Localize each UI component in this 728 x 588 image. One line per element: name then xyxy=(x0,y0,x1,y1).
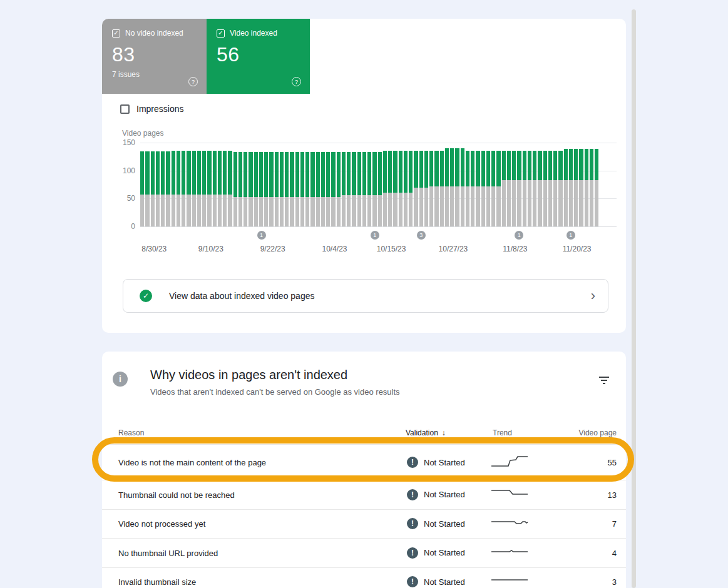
chart-bar[interactable] xyxy=(383,151,387,226)
chart-bar[interactable] xyxy=(151,151,155,226)
chart-bar[interactable] xyxy=(316,152,320,226)
chart-bar[interactable] xyxy=(238,152,242,226)
page-scrollbar[interactable] xyxy=(632,9,636,588)
chart-bar[interactable] xyxy=(502,151,506,226)
chart-bar[interactable] xyxy=(424,151,428,226)
chart-bar[interactable] xyxy=(177,151,180,226)
chart-bar[interactable] xyxy=(434,151,438,226)
chart-bar[interactable] xyxy=(564,149,568,226)
chart-bar[interactable] xyxy=(543,151,547,226)
chart-bar[interactable] xyxy=(404,151,408,226)
chart-bar[interactable] xyxy=(367,152,371,226)
chart-bar[interactable] xyxy=(269,152,273,226)
chart-bar[interactable] xyxy=(233,152,237,226)
chart-bar[interactable] xyxy=(259,152,263,226)
issue-row-5[interactable]: Invalid thumbnail size!Not Started3 xyxy=(102,568,626,588)
chart-bar[interactable] xyxy=(264,152,268,226)
chart-bar[interactable] xyxy=(466,151,469,226)
chart-bar[interactable] xyxy=(388,151,392,226)
chart-bar[interactable] xyxy=(207,151,211,226)
chart-bar[interactable] xyxy=(156,151,160,226)
chart-bar[interactable] xyxy=(249,152,252,226)
chart-bar[interactable] xyxy=(517,151,521,226)
axis-event-marker[interactable]: 1 xyxy=(371,231,379,240)
chart-bar[interactable] xyxy=(414,151,418,226)
no-video-indexed-checkbox[interactable]: ✓ xyxy=(112,29,120,38)
chart-bar[interactable] xyxy=(590,149,593,226)
chart-bar[interactable] xyxy=(285,152,289,226)
chart-bar[interactable] xyxy=(372,152,376,226)
video-indexed-checkbox[interactable]: ✓ xyxy=(217,29,225,38)
chart-bar[interactable] xyxy=(445,148,449,226)
chart-bar[interactable] xyxy=(595,149,598,226)
chart-bar[interactable] xyxy=(357,152,361,226)
chart-bar[interactable] xyxy=(429,151,433,226)
chart-bar[interactable] xyxy=(486,151,490,226)
help-icon[interactable]: ? xyxy=(188,77,198,86)
column-header-validation[interactable]: Validation ↓ xyxy=(406,428,446,437)
chart-bar[interactable] xyxy=(197,151,201,226)
chart-bar[interactable] xyxy=(450,148,454,226)
chart-bar[interactable] xyxy=(471,151,474,226)
chart-bar[interactable] xyxy=(491,151,495,226)
impressions-checkbox[interactable] xyxy=(120,104,130,114)
chart-bar[interactable] xyxy=(558,151,562,226)
view-indexed-data-banner[interactable]: ✓ View data about indexed video pages › xyxy=(123,279,608,313)
summary-card-no-video-indexed[interactable]: ✓ No video indexed 83 7 issues ? xyxy=(102,19,207,94)
chart-bar[interactable] xyxy=(553,151,557,226)
chart-bar[interactable] xyxy=(538,151,541,226)
chart-bar[interactable] xyxy=(574,149,578,226)
axis-event-marker[interactable]: 1 xyxy=(515,231,523,240)
chart-bar[interactable] xyxy=(172,151,175,226)
chart-bar[interactable] xyxy=(331,152,335,226)
chart-bar[interactable] xyxy=(455,148,459,226)
issue-row-4[interactable]: No thumbnail URL provided!Not Started4 xyxy=(102,539,626,568)
summary-card-video-indexed[interactable]: ✓ Video indexed 56 ? xyxy=(207,19,310,94)
chart-bar[interactable] xyxy=(218,151,222,226)
chart-bar[interactable] xyxy=(337,152,341,226)
chart-bar[interactable] xyxy=(528,151,531,226)
chart-bar[interactable] xyxy=(461,148,464,226)
chart-bar[interactable] xyxy=(213,151,217,226)
chart-bar[interactable] xyxy=(409,151,413,226)
issue-row-1[interactable]: Video is not the main content of the pag… xyxy=(102,445,626,480)
chart-bar[interactable] xyxy=(326,152,330,226)
chart-bar[interactable] xyxy=(310,152,314,226)
chart-bar[interactable] xyxy=(342,152,346,226)
help-icon[interactable]: ? xyxy=(292,77,301,86)
chart-bar[interactable] xyxy=(280,152,284,226)
chart-bar[interactable] xyxy=(362,152,366,226)
chart-bar[interactable] xyxy=(523,151,526,226)
chart-bar[interactable] xyxy=(223,151,227,226)
chart-bar[interactable] xyxy=(399,151,402,226)
chart-bar[interactable] xyxy=(352,152,356,226)
issue-row-2[interactable]: Thumbnail could not be reached!Not Start… xyxy=(102,480,626,510)
chart-bar[interactable] xyxy=(347,152,351,226)
chart-bar[interactable] xyxy=(228,151,232,226)
chart-bar[interactable] xyxy=(496,151,500,226)
chart-bar[interactable] xyxy=(295,152,299,226)
chart-bar[interactable] xyxy=(140,151,144,226)
chart-bar[interactable] xyxy=(275,152,279,226)
chart-bar[interactable] xyxy=(512,151,516,226)
axis-event-marker[interactable]: 3 xyxy=(417,231,426,240)
axis-event-marker[interactable]: 1 xyxy=(257,231,266,240)
chart-bar[interactable] xyxy=(305,152,309,226)
chart-bar[interactable] xyxy=(569,149,573,226)
chart-bar[interactable] xyxy=(161,151,165,226)
chart-bar[interactable] xyxy=(476,151,479,226)
chart-bar[interactable] xyxy=(187,151,190,226)
chart-bar[interactable] xyxy=(244,152,247,226)
chart-bar[interactable] xyxy=(192,151,196,226)
chart-bar[interactable] xyxy=(579,149,583,226)
chart-bar[interactable] xyxy=(548,151,552,226)
chart-bar[interactable] xyxy=(254,152,258,226)
filter-icon[interactable] xyxy=(598,377,610,385)
chart-bar[interactable] xyxy=(300,152,304,226)
chart-bar[interactable] xyxy=(182,151,185,226)
chart-bar[interactable] xyxy=(166,151,170,226)
chart-bar[interactable] xyxy=(585,149,588,226)
chart-bar[interactable] xyxy=(378,152,382,226)
chart-bar[interactable] xyxy=(393,151,397,226)
chart-bar[interactable] xyxy=(202,151,206,226)
